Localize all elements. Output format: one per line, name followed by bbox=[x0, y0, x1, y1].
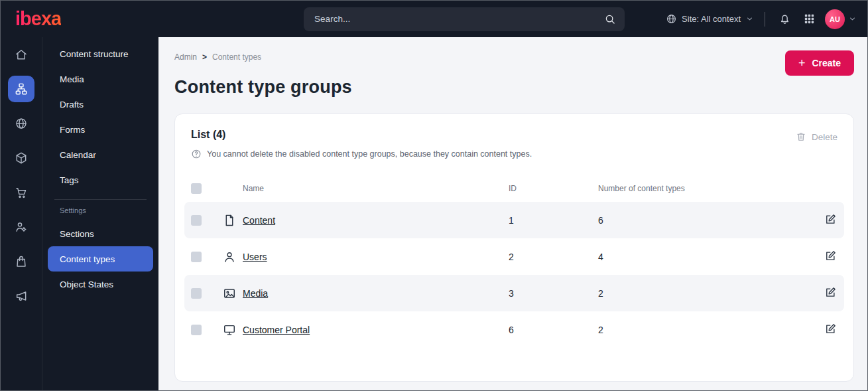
user-menu[interactable]: AU bbox=[825, 9, 857, 29]
row-name-cell: Customer Portal bbox=[223, 323, 509, 337]
row-name-cell: Media bbox=[223, 287, 509, 300]
sidebar-item-calendar[interactable]: Calendar bbox=[48, 142, 153, 167]
chevron-down-icon bbox=[848, 15, 857, 23]
table-row: Content 1 6 bbox=[184, 202, 844, 238]
sidebar-item-media[interactable]: Media bbox=[48, 66, 153, 92]
table-body: Content 1 6 Users 2 4 Media 3 2 bbox=[191, 202, 837, 348]
rail-item-home[interactable] bbox=[8, 41, 34, 68]
row-name-link[interactable]: Media bbox=[243, 288, 268, 299]
cart-icon bbox=[15, 186, 28, 199]
row-count: 4 bbox=[598, 252, 808, 262]
select-all-checkbox[interactable] bbox=[191, 183, 202, 194]
sidebar-item-label: Tags bbox=[60, 175, 79, 185]
plus-icon: + bbox=[798, 57, 806, 69]
help-icon[interactable] bbox=[191, 149, 202, 159]
row-name-cell: Users bbox=[223, 250, 509, 264]
search-input[interactable] bbox=[304, 7, 625, 31]
sidebar-item-label: Calendar bbox=[60, 150, 96, 160]
help-text: You cannot delete the disabled content t… bbox=[207, 149, 532, 159]
row-checkbox[interactable] bbox=[191, 325, 202, 335]
table-row: Customer Portal 6 2 bbox=[184, 311, 844, 348]
trash-icon bbox=[796, 131, 806, 142]
campaign-icon bbox=[15, 289, 28, 303]
list-title: List (4) bbox=[191, 129, 532, 141]
breadcrumb-admin[interactable]: Admin bbox=[174, 52, 197, 62]
avatar: AU bbox=[825, 9, 845, 29]
create-button[interactable]: + Create bbox=[785, 50, 854, 76]
site-context-selector[interactable]: Site: All context bbox=[666, 13, 754, 25]
row-name-link[interactable]: Customer Portal bbox=[243, 325, 310, 335]
sidebar-item-tags[interactable]: Tags bbox=[48, 167, 153, 193]
row-name-cell: Content bbox=[223, 214, 509, 227]
row-checkbox[interactable] bbox=[191, 288, 202, 299]
edit-row-button[interactable] bbox=[823, 323, 837, 337]
page-title: Content type groups bbox=[174, 77, 854, 98]
home-icon bbox=[15, 48, 28, 61]
column-header-name: Name bbox=[223, 184, 509, 193]
sidebar-item-label: Sections bbox=[60, 229, 94, 239]
rail-item-campaign[interactable] bbox=[8, 283, 34, 309]
sidebar-item-forms[interactable]: Forms bbox=[48, 117, 153, 142]
sidebar-divider bbox=[54, 199, 147, 200]
topbar-actions: Site: All context AU bbox=[666, 9, 867, 29]
edit-icon bbox=[824, 213, 837, 226]
sidebar-settings-label: Settings bbox=[42, 206, 158, 221]
customers-icon bbox=[15, 220, 28, 234]
main-content: Admin > Content types + Create Content t… bbox=[158, 37, 867, 390]
sidebar-item-content-types[interactable]: Content types bbox=[48, 246, 153, 272]
bell-icon bbox=[778, 13, 791, 25]
topbar-center bbox=[158, 7, 666, 31]
chevron-down-icon bbox=[745, 15, 754, 23]
content-type-groups-card: List (4) You cannot delete the disabled … bbox=[174, 114, 854, 382]
rail-item-customers[interactable] bbox=[8, 214, 34, 240]
notifications-button[interactable] bbox=[776, 11, 793, 28]
icon-rail bbox=[1, 37, 42, 390]
breadcrumb: Admin > Content types bbox=[174, 52, 854, 62]
sidebar-item-label: Forms bbox=[60, 125, 85, 135]
edit-icon bbox=[824, 323, 837, 335]
rail-item-orders[interactable] bbox=[8, 248, 34, 275]
content-type-groups-table: Name ID Number of content types Content … bbox=[191, 175, 837, 348]
column-header-id: ID bbox=[509, 184, 598, 193]
app-switcher-button[interactable] bbox=[800, 11, 818, 28]
user-icon bbox=[223, 250, 236, 264]
breadcrumb-separator: > bbox=[202, 52, 207, 62]
sidebar-item-content-structure[interactable]: Content structure bbox=[48, 41, 153, 66]
edit-icon bbox=[824, 250, 837, 262]
table-row: Users 2 4 bbox=[184, 238, 844, 275]
content-file-icon bbox=[223, 214, 236, 227]
rail-item-cart[interactable] bbox=[8, 179, 34, 206]
sidebar-item-label: Drafts bbox=[60, 100, 84, 110]
sidebar-item-sections[interactable]: Sections bbox=[48, 221, 153, 246]
sidebar-item-object-states[interactable]: Object States bbox=[48, 272, 153, 297]
row-count: 2 bbox=[598, 288, 808, 299]
top-bar: ibexa Site: All context AU bbox=[1, 1, 867, 37]
logo-area: ibexa bbox=[1, 8, 158, 30]
sidebar-item-label: Media bbox=[60, 74, 84, 84]
row-name-link[interactable]: Content bbox=[243, 215, 275, 226]
rail-item-site[interactable] bbox=[8, 110, 34, 137]
delete-button[interactable]: Delete bbox=[796, 129, 837, 142]
row-name-link[interactable]: Users bbox=[243, 252, 267, 262]
rail-item-product-catalog[interactable] bbox=[8, 145, 34, 171]
grid-icon bbox=[803, 13, 816, 25]
sidebar-item-label: Content structure bbox=[60, 49, 129, 59]
rail-item-content-structure[interactable] bbox=[8, 76, 34, 102]
orders-icon bbox=[15, 255, 28, 268]
row-checkbox[interactable] bbox=[191, 215, 202, 226]
edit-row-button[interactable] bbox=[823, 250, 837, 264]
edit-row-button[interactable] bbox=[823, 213, 837, 228]
table-row: Media 3 2 bbox=[184, 275, 844, 311]
site-context-label: Site: All context bbox=[682, 14, 741, 24]
row-checkbox[interactable] bbox=[191, 252, 202, 262]
create-button-label: Create bbox=[812, 58, 841, 68]
edit-icon bbox=[824, 286, 837, 299]
edit-row-button[interactable] bbox=[823, 286, 837, 301]
ibexa-logo[interactable]: ibexa bbox=[15, 8, 61, 30]
sidebar-item-label: Content types bbox=[60, 254, 115, 264]
row-id: 2 bbox=[509, 252, 598, 262]
content-structure-icon bbox=[15, 82, 28, 96]
image-icon bbox=[223, 287, 236, 300]
row-count: 6 bbox=[598, 215, 808, 226]
sidebar-item-drafts[interactable]: Drafts bbox=[48, 92, 153, 117]
